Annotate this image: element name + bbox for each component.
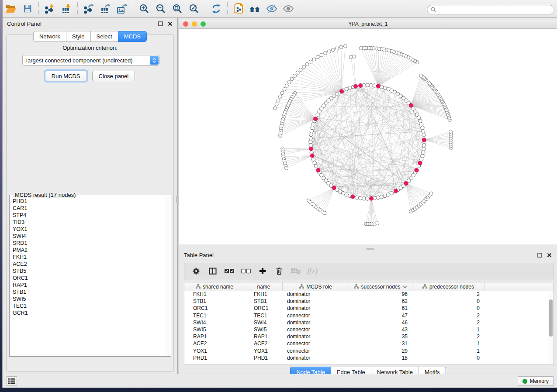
cell-MCDS-role[interactable]: connector [283, 348, 349, 355]
mcds-result-list[interactable]: PHD1CAR1STP4TID3YOX1SWI4SRD1PMA2FKH1ACE2… [10, 198, 165, 355]
cell-name[interactable]: SWI4 [245, 320, 283, 327]
cell-predecessor-nodes[interactable]: 1 [412, 340, 484, 347]
cell-name[interactable]: SWI5 [245, 327, 283, 334]
mcds-result-item[interactable]: STP4 [10, 212, 165, 219]
first-neighbors-icon[interactable] [247, 1, 263, 16]
cell-shared-name[interactable]: ACE2 [184, 340, 245, 347]
result-scrollbar[interactable] [165, 196, 170, 356]
import-table-icon[interactable] [58, 1, 75, 16]
cell-successor-nodes[interactable]: 29 [349, 348, 412, 355]
share-document-icon[interactable] [230, 1, 247, 16]
cell-MCDS-role[interactable]: dominator [283, 305, 349, 312]
zoom-fit-icon[interactable] [169, 1, 186, 16]
cell-shared-name[interactable]: ORC1 [184, 305, 245, 312]
cell-shared-name[interactable]: RAP1 [184, 334, 245, 340]
table-row[interactable]: SWI5SWI5connector431 [184, 327, 554, 334]
table-row[interactable]: SWI4SWI4dominator462 [184, 320, 554, 327]
tab-select[interactable]: Select [90, 31, 118, 42]
float-panel-icon[interactable] [157, 21, 163, 27]
cell-name[interactable]: YOX1 [245, 348, 283, 355]
cell-MCDS-role[interactable]: connector [283, 313, 349, 320]
mcds-result-item[interactable]: TID3 [10, 219, 165, 226]
cell-predecessor-nodes[interactable]: 2 [412, 320, 484, 327]
mcds-result-item[interactable]: ORC1 [10, 275, 165, 282]
network-titlebar[interactable]: YPA_prune.txt_1 [179, 20, 557, 29]
export-table-icon[interactable] [97, 1, 114, 16]
cell-successor-nodes[interactable]: 46 [349, 320, 412, 327]
cell-shared-name[interactable]: PHD1 [184, 355, 245, 362]
cell-successor-nodes[interactable]: 62 [349, 298, 412, 305]
export-image-icon[interactable] [114, 1, 130, 16]
delete-table-icon[interactable] [288, 265, 303, 278]
save-session-icon[interactable] [19, 1, 36, 16]
zoom-in-icon[interactable] [136, 1, 152, 16]
network-canvas[interactable] [179, 29, 557, 244]
mcds-result-item[interactable]: PMA2 [10, 247, 165, 254]
cell-shared-name[interactable]: TEC1 [184, 313, 245, 320]
table-scrollbar[interactable] [548, 292, 553, 364]
cell-shared-name[interactable]: SWI4 [184, 320, 245, 327]
cell-name[interactable]: ORC1 [245, 305, 283, 312]
cell-MCDS-role[interactable]: dominator [283, 334, 349, 340]
cell-predecessor-nodes[interactable]: 1 [412, 348, 484, 355]
cell-MCDS-role[interactable]: dominator [283, 298, 349, 305]
function-builder-icon[interactable]: f(x) [305, 265, 320, 278]
close-panel-button[interactable]: Close panel [92, 71, 135, 81]
zoom-selected-icon[interactable] [186, 1, 202, 16]
cell-successor-nodes[interactable]: 96 [349, 291, 412, 298]
float-panel-icon[interactable] [536, 252, 543, 258]
export-network-icon[interactable] [80, 1, 97, 16]
column-header-predecessor-nodes[interactable]: predecessor nodes [412, 282, 484, 291]
mcds-result-item[interactable]: STB5 [10, 268, 165, 275]
cell-predecessor-nodes[interactable]: 2 [412, 291, 484, 298]
table-row[interactable]: ORC1ORC1dominator610 [184, 305, 554, 312]
cell-predecessor-nodes[interactable]: 0 [412, 355, 484, 362]
cell-predecessor-nodes[interactable]: 2 [412, 334, 484, 340]
mcds-result-item[interactable]: GCR1 [10, 309, 165, 316]
select-all-icon[interactable] [222, 265, 237, 278]
mcds-result-item[interactable]: STB1 [10, 289, 165, 296]
cell-MCDS-role[interactable]: connector [283, 327, 349, 334]
tab-network[interactable]: Network [33, 31, 66, 42]
deselect-all-icon[interactable] [239, 265, 253, 278]
delete-column-icon[interactable] [272, 265, 287, 278]
cell-successor-nodes[interactable]: 18 [349, 355, 412, 362]
table-row[interactable]: TEC1TEC1connector472 [184, 313, 554, 320]
toggle-panes-icon[interactable] [205, 265, 220, 278]
column-header-successor-nodes[interactable]: successor nodes [349, 282, 412, 291]
mcds-result-item[interactable]: SWI5 [10, 296, 165, 303]
cell-shared-name[interactable]: STB1 [184, 298, 245, 305]
show-all-icon[interactable] [280, 1, 297, 16]
cell-MCDS-role[interactable]: connector [283, 340, 349, 347]
mcds-result-item[interactable]: YOX1 [10, 226, 165, 233]
search-box[interactable] [427, 5, 554, 14]
scrollbar-thumb[interactable] [549, 299, 553, 337]
cell-successor-nodes[interactable]: 61 [349, 305, 412, 312]
run-mcds-button[interactable]: Run MCDS [45, 71, 87, 81]
add-column-icon[interactable] [255, 265, 270, 278]
mcds-result-item[interactable]: PHD1 [10, 198, 165, 205]
cell-name[interactable]: RAP1 [245, 334, 283, 340]
hide-selected-icon[interactable] [263, 1, 280, 16]
cell-name[interactable]: PHD1 [245, 355, 283, 362]
table-row[interactable]: PHD1PHD1dominator180 [184, 355, 554, 362]
table-row[interactable]: ACE2ACE2connector311 [184, 340, 554, 347]
settings-icon[interactable] [189, 265, 204, 278]
cell-shared-name[interactable]: SWI5 [184, 327, 245, 334]
cell-successor-nodes[interactable]: 43 [349, 327, 412, 334]
cell-name[interactable]: FKH1 [245, 291, 283, 298]
mcds-result-item[interactable]: ACE2 [10, 261, 165, 268]
cell-name[interactable]: STB1 [245, 298, 283, 305]
open-file-icon[interactable] [3, 1, 19, 16]
cell-shared-name[interactable]: YOX1 [184, 348, 245, 355]
cell-predecessor-nodes[interactable]: 1 [412, 327, 484, 334]
cell-name[interactable]: TEC1 [245, 313, 283, 320]
close-panel-icon[interactable] [167, 21, 173, 27]
cell-successor-nodes[interactable]: 35 [349, 334, 412, 340]
cell-predecessor-nodes[interactable]: 2 [412, 313, 484, 320]
tab-mcds[interactable]: MCDS [118, 31, 147, 42]
memory-button[interactable]: Memory [518, 376, 554, 386]
table-row[interactable]: RAP1RAP1dominator352 [184, 334, 554, 340]
mcds-result-item[interactable]: FKH1 [10, 254, 165, 261]
close-panel-icon[interactable] [546, 252, 552, 258]
